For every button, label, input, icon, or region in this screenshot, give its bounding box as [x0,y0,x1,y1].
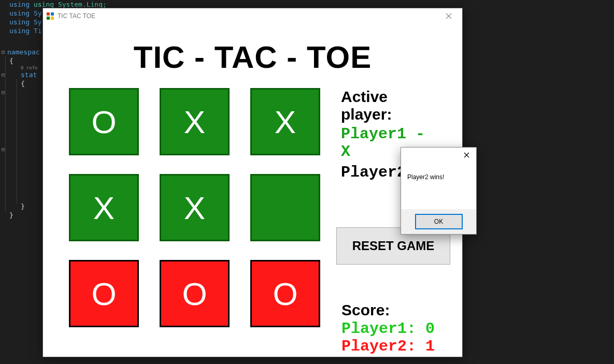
code-guide-line [17,79,17,203]
code-line: using System.Linq; [34,1,107,8]
code-line: namespac [7,48,40,56]
fold-icon[interactable]: ⊟ [2,48,5,56]
ok-button[interactable]: OK [415,214,463,229]
svg-rect-2 [47,17,50,20]
code-line: stat [21,71,37,79]
svg-rect-1 [51,12,54,16]
svg-rect-0 [47,12,50,16]
score-player1: Player1: 0 [341,320,435,338]
page-title: TIC - TAC - TOE [69,39,436,75]
cell-1-0[interactable]: X [69,174,139,241]
cell-1-2[interactable] [250,174,320,241]
cell-2-1[interactable]: O [160,260,230,327]
code-line: using Sy [9,9,42,17]
tictactoe-window: TIC TAC TOE TIC - TAC - TOE O X X X X O … [42,8,463,357]
message-box-titlebar[interactable] [401,148,476,162]
cell-0-0[interactable]: O [69,88,139,155]
code-line: using Sy [9,18,42,26]
active-player-label: Active player: [341,88,436,123]
cell-0-1[interactable]: X [160,88,230,155]
score-player2: Player2: 1 [341,338,435,355]
fold-icon[interactable]: ⊟ [2,88,5,97]
message-box-text: Player2 wins! [401,162,476,181]
code-line: } [21,202,25,211]
code-line: { [21,79,25,88]
code-line: { [9,56,13,65]
score-panel: Score: Player1: 0 Player2: 1 [341,301,435,355]
message-box: Player2 wins! OK [401,147,477,235]
close-icon[interactable] [460,149,473,161]
title-bar[interactable]: TIC TAC TOE [43,8,462,24]
svg-rect-3 [51,17,54,20]
fold-icon[interactable]: ⊟ [2,70,5,79]
code-guide-line [5,56,6,212]
window-title: TIC TAC TOE [58,12,95,20]
code-line: using Ti [9,27,42,35]
app-icon [46,12,54,20]
cell-2-2[interactable]: O [250,260,320,327]
score-label: Score: [341,301,435,319]
cell-1-1[interactable]: X [160,174,230,241]
cell-0-2[interactable]: X [250,88,320,155]
fold-icon[interactable]: ⊟ [2,145,5,154]
game-board: O X X X X O O O [69,88,320,327]
code-line: } [9,211,13,220]
close-icon[interactable] [438,9,459,23]
cell-2-0[interactable]: O [69,260,139,327]
